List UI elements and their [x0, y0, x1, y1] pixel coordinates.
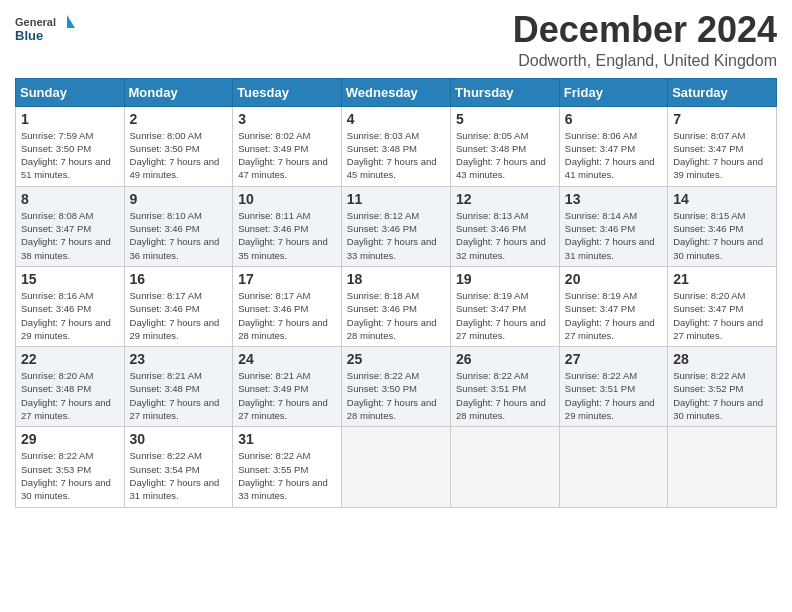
day-number: 14	[673, 191, 771, 207]
day-info: Sunrise: 8:17 AMSunset: 3:46 PMDaylight:…	[238, 289, 336, 342]
day-number: 12	[456, 191, 554, 207]
calendar-day: 9Sunrise: 8:10 AMSunset: 3:46 PMDaylight…	[124, 186, 233, 266]
day-number: 26	[456, 351, 554, 367]
day-info: Sunrise: 8:19 AMSunset: 3:47 PMDaylight:…	[456, 289, 554, 342]
day-info: Sunrise: 8:05 AMSunset: 3:48 PMDaylight:…	[456, 129, 554, 182]
day-info: Sunrise: 8:03 AMSunset: 3:48 PMDaylight:…	[347, 129, 445, 182]
calendar-day: 23Sunrise: 8:21 AMSunset: 3:48 PMDayligh…	[124, 347, 233, 427]
calendar-day: 4Sunrise: 8:03 AMSunset: 3:48 PMDaylight…	[341, 106, 450, 186]
calendar-week-3: 15Sunrise: 8:16 AMSunset: 3:46 PMDayligh…	[16, 266, 777, 346]
calendar-day: 16Sunrise: 8:17 AMSunset: 3:46 PMDayligh…	[124, 266, 233, 346]
weekday-header-thursday: Thursday	[451, 78, 560, 106]
day-number: 16	[130, 271, 228, 287]
day-info: Sunrise: 8:22 AMSunset: 3:54 PMDaylight:…	[130, 449, 228, 502]
calendar-day: 7Sunrise: 8:07 AMSunset: 3:47 PMDaylight…	[668, 106, 777, 186]
day-number: 23	[130, 351, 228, 367]
calendar-day: 14Sunrise: 8:15 AMSunset: 3:46 PMDayligh…	[668, 186, 777, 266]
weekday-header-monday: Monday	[124, 78, 233, 106]
calendar-day: 18Sunrise: 8:18 AMSunset: 3:46 PMDayligh…	[341, 266, 450, 346]
calendar-day: 15Sunrise: 8:16 AMSunset: 3:46 PMDayligh…	[16, 266, 125, 346]
day-number: 28	[673, 351, 771, 367]
day-number: 30	[130, 431, 228, 447]
day-number: 25	[347, 351, 445, 367]
svg-marker-2	[67, 15, 75, 28]
day-number: 18	[347, 271, 445, 287]
day-number: 9	[130, 191, 228, 207]
calendar-day: 8Sunrise: 8:08 AMSunset: 3:47 PMDaylight…	[16, 186, 125, 266]
day-number: 1	[21, 111, 119, 127]
day-number: 24	[238, 351, 336, 367]
day-number: 15	[21, 271, 119, 287]
day-info: Sunrise: 8:19 AMSunset: 3:47 PMDaylight:…	[565, 289, 662, 342]
calendar-day	[341, 427, 450, 507]
day-info: Sunrise: 8:18 AMSunset: 3:46 PMDaylight:…	[347, 289, 445, 342]
day-number: 21	[673, 271, 771, 287]
day-info: Sunrise: 8:13 AMSunset: 3:46 PMDaylight:…	[456, 209, 554, 262]
calendar-day: 28Sunrise: 8:22 AMSunset: 3:52 PMDayligh…	[668, 347, 777, 427]
location-subtitle: Dodworth, England, United Kingdom	[513, 52, 777, 70]
day-info: Sunrise: 8:21 AMSunset: 3:49 PMDaylight:…	[238, 369, 336, 422]
calendar-day: 5Sunrise: 8:05 AMSunset: 3:48 PMDaylight…	[451, 106, 560, 186]
day-info: Sunrise: 8:22 AMSunset: 3:52 PMDaylight:…	[673, 369, 771, 422]
weekday-header-row: SundayMondayTuesdayWednesdayThursdayFrid…	[16, 78, 777, 106]
day-number: 7	[673, 111, 771, 127]
day-info: Sunrise: 8:00 AMSunset: 3:50 PMDaylight:…	[130, 129, 228, 182]
day-number: 29	[21, 431, 119, 447]
calendar-day: 31Sunrise: 8:22 AMSunset: 3:55 PMDayligh…	[233, 427, 342, 507]
day-number: 5	[456, 111, 554, 127]
weekday-header-friday: Friday	[559, 78, 667, 106]
day-info: Sunrise: 8:20 AMSunset: 3:47 PMDaylight:…	[673, 289, 771, 342]
calendar-day: 13Sunrise: 8:14 AMSunset: 3:46 PMDayligh…	[559, 186, 667, 266]
day-info: Sunrise: 8:06 AMSunset: 3:47 PMDaylight:…	[565, 129, 662, 182]
day-info: Sunrise: 7:59 AMSunset: 3:50 PMDaylight:…	[21, 129, 119, 182]
calendar-week-5: 29Sunrise: 8:22 AMSunset: 3:53 PMDayligh…	[16, 427, 777, 507]
calendar-day: 1Sunrise: 7:59 AMSunset: 3:50 PMDaylight…	[16, 106, 125, 186]
svg-text:Blue: Blue	[15, 28, 43, 43]
calendar-day: 2Sunrise: 8:00 AMSunset: 3:50 PMDaylight…	[124, 106, 233, 186]
day-info: Sunrise: 8:15 AMSunset: 3:46 PMDaylight:…	[673, 209, 771, 262]
calendar-day	[451, 427, 560, 507]
calendar-day: 30Sunrise: 8:22 AMSunset: 3:54 PMDayligh…	[124, 427, 233, 507]
calendar-day: 3Sunrise: 8:02 AMSunset: 3:49 PMDaylight…	[233, 106, 342, 186]
day-info: Sunrise: 8:14 AMSunset: 3:46 PMDaylight:…	[565, 209, 662, 262]
day-number: 17	[238, 271, 336, 287]
day-number: 10	[238, 191, 336, 207]
calendar-day: 29Sunrise: 8:22 AMSunset: 3:53 PMDayligh…	[16, 427, 125, 507]
day-info: Sunrise: 8:07 AMSunset: 3:47 PMDaylight:…	[673, 129, 771, 182]
day-info: Sunrise: 8:22 AMSunset: 3:51 PMDaylight:…	[565, 369, 662, 422]
day-number: 6	[565, 111, 662, 127]
calendar-week-1: 1Sunrise: 7:59 AMSunset: 3:50 PMDaylight…	[16, 106, 777, 186]
calendar-day: 10Sunrise: 8:11 AMSunset: 3:46 PMDayligh…	[233, 186, 342, 266]
day-info: Sunrise: 8:22 AMSunset: 3:53 PMDaylight:…	[21, 449, 119, 502]
calendar-day: 17Sunrise: 8:17 AMSunset: 3:46 PMDayligh…	[233, 266, 342, 346]
calendar-day: 21Sunrise: 8:20 AMSunset: 3:47 PMDayligh…	[668, 266, 777, 346]
calendar-day	[559, 427, 667, 507]
logo-svg: General Blue	[15, 10, 75, 50]
day-info: Sunrise: 8:02 AMSunset: 3:49 PMDaylight:…	[238, 129, 336, 182]
day-number: 3	[238, 111, 336, 127]
calendar-day: 19Sunrise: 8:19 AMSunset: 3:47 PMDayligh…	[451, 266, 560, 346]
day-info: Sunrise: 8:16 AMSunset: 3:46 PMDaylight:…	[21, 289, 119, 342]
day-number: 8	[21, 191, 119, 207]
page-header: General Blue December 2024 Dodworth, Eng…	[15, 10, 777, 70]
month-title: December 2024	[513, 10, 777, 50]
calendar-day: 26Sunrise: 8:22 AMSunset: 3:51 PMDayligh…	[451, 347, 560, 427]
day-info: Sunrise: 8:11 AMSunset: 3:46 PMDaylight:…	[238, 209, 336, 262]
day-number: 22	[21, 351, 119, 367]
calendar-day: 12Sunrise: 8:13 AMSunset: 3:46 PMDayligh…	[451, 186, 560, 266]
calendar-day: 11Sunrise: 8:12 AMSunset: 3:46 PMDayligh…	[341, 186, 450, 266]
calendar-week-4: 22Sunrise: 8:20 AMSunset: 3:48 PMDayligh…	[16, 347, 777, 427]
day-number: 31	[238, 431, 336, 447]
day-number: 4	[347, 111, 445, 127]
day-number: 13	[565, 191, 662, 207]
calendar-day: 22Sunrise: 8:20 AMSunset: 3:48 PMDayligh…	[16, 347, 125, 427]
day-info: Sunrise: 8:22 AMSunset: 3:50 PMDaylight:…	[347, 369, 445, 422]
day-number: 20	[565, 271, 662, 287]
weekday-header-wednesday: Wednesday	[341, 78, 450, 106]
weekday-header-sunday: Sunday	[16, 78, 125, 106]
day-number: 11	[347, 191, 445, 207]
day-number: 2	[130, 111, 228, 127]
day-number: 27	[565, 351, 662, 367]
day-info: Sunrise: 8:20 AMSunset: 3:48 PMDaylight:…	[21, 369, 119, 422]
day-number: 19	[456, 271, 554, 287]
